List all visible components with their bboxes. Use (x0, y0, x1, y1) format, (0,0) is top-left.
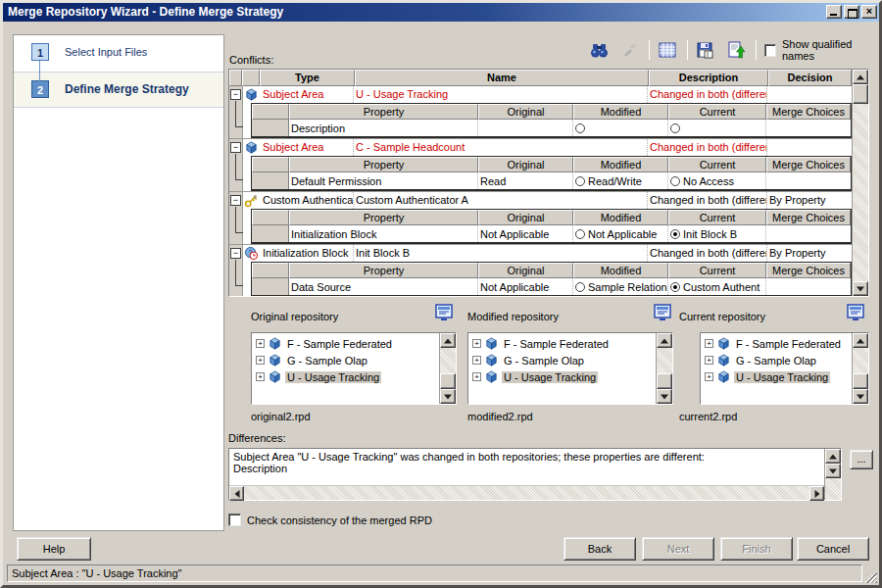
title-bar[interactable]: Merge Repository Wizard - Define Merge S… (3, 3, 879, 22)
header-description[interactable]: Description (649, 70, 768, 86)
expand-icon[interactable]: + (472, 356, 481, 365)
scroll-down-button[interactable] (657, 389, 672, 404)
scroll-left-button[interactable] (229, 486, 244, 501)
header-decision[interactable]: Decision (768, 70, 852, 86)
view-current-repository-icon[interactable] (846, 304, 865, 321)
find-again-icon[interactable] (618, 39, 638, 61)
cancel-button[interactable]: Cancel (797, 537, 869, 561)
current-radio[interactable] (670, 123, 680, 133)
scroll-up-button[interactable] (440, 333, 456, 348)
expand-icon[interactable]: + (256, 372, 265, 381)
tree-item[interactable]: +F - Sample Federated (468, 335, 656, 352)
modified-repository-tree: +F - Sample Federated +G - Sample Olap +… (467, 332, 673, 405)
tree-item[interactable]: +F - Sample Federated (252, 335, 439, 352)
help-button[interactable]: Help (17, 537, 91, 561)
merge-choices-cell[interactable] (766, 172, 851, 189)
expand-icon[interactable]: + (472, 339, 481, 348)
scroll-up-button[interactable] (657, 333, 672, 348)
import-decision-icon[interactable] (725, 39, 745, 61)
collapse-toggle[interactable]: − (230, 142, 241, 153)
tree-item[interactable]: +G - Sample Olap (701, 352, 852, 368)
scrollbar-thumb[interactable] (657, 373, 672, 389)
scroll-down-button[interactable] (440, 389, 456, 404)
step-define-merge-strategy[interactable]: 2 Define Merge Strategy (14, 73, 223, 108)
modified-radio[interactable] (575, 123, 585, 133)
tree-item[interactable]: +G - Sample Olap (252, 352, 439, 368)
subject-area-icon (243, 86, 261, 103)
tree-scrollbar[interactable] (439, 333, 456, 404)
expand-icon[interactable]: + (705, 339, 713, 348)
scroll-up-button[interactable] (853, 333, 868, 348)
current-radio[interactable] (670, 282, 680, 292)
svg-text:I: I (707, 51, 709, 58)
collapse-toggle[interactable]: − (230, 195, 241, 206)
scrollbar-thumb[interactable] (853, 373, 868, 389)
tree-item-selected[interactable]: +U - Usage Tracking (701, 368, 852, 385)
conflict-row[interactable]: ? Initialization Block Init Block B Chan… (243, 245, 852, 262)
grid-view-icon[interactable] (658, 39, 677, 61)
modified-radio[interactable] (575, 282, 585, 292)
check-consistency-checkbox[interactable] (228, 514, 241, 526)
conflict-row[interactable]: Subject Area U - Usage Tracking Changed … (243, 86, 852, 103)
tree-item[interactable]: +G - Sample Olap (468, 352, 656, 368)
view-original-repository-icon[interactable] (434, 304, 454, 321)
finish-button[interactable]: Finish (720, 537, 793, 561)
merge-choices-cell[interactable] (766, 225, 851, 242)
scrollbar-thumb[interactable] (440, 373, 456, 389)
conflict-row[interactable]: Subject Area C - Sample Headcount Change… (243, 139, 852, 156)
subject-area-icon (268, 369, 282, 384)
show-qualified-names-checkbox[interactable] (764, 44, 776, 57)
current-cell: No Access (668, 172, 766, 189)
conflict-decision[interactable] (767, 86, 851, 103)
maximize-button[interactable] (844, 5, 859, 19)
conflict-decision[interactable]: By Property (767, 245, 851, 262)
conflict-decision[interactable]: By Property (767, 192, 851, 209)
differences-vertical-scrollbar[interactable] (824, 449, 841, 500)
conflicts-vertical-scrollbar[interactable] (852, 70, 868, 296)
modified-radio[interactable] (575, 176, 585, 186)
expand-icon[interactable]: + (256, 356, 265, 365)
subheader-original: Original (478, 104, 573, 120)
save-decision-icon[interactable]: I (696, 39, 715, 61)
collapse-toggle[interactable]: − (230, 248, 241, 259)
expand-icon[interactable]: + (472, 372, 481, 381)
find-icon[interactable] (589, 39, 609, 61)
conflict-decision[interactable] (767, 139, 851, 156)
current-radio[interactable] (670, 229, 680, 239)
step-select-input-files[interactable]: 1 Select Input Files (14, 35, 223, 73)
status-text: Subject Area : "U - Usage Tracking" (7, 564, 862, 582)
tree-item[interactable]: +F - Sample Federated (701, 335, 852, 352)
scroll-right-button[interactable] (809, 486, 824, 501)
expand-icon[interactable]: + (705, 356, 713, 365)
merge-choices-cell[interactable] (766, 120, 851, 136)
scrollbar-thumb[interactable] (853, 84, 868, 104)
tree-scrollbar[interactable] (656, 333, 672, 404)
resize-grip[interactable] (864, 570, 877, 583)
tree-scrollbar[interactable] (852, 333, 868, 404)
header-type[interactable]: Type (260, 70, 355, 86)
differences-more-button[interactable]: ... (850, 450, 873, 469)
scroll-down-button[interactable] (853, 281, 868, 296)
tree-item-selected[interactable]: +U - Usage Tracking (468, 368, 656, 385)
differences-horizontal-scrollbar[interactable] (244, 486, 809, 500)
scroll-down-button[interactable] (825, 464, 841, 478)
expand-icon[interactable]: + (256, 339, 265, 348)
back-button[interactable]: Back (564, 537, 636, 561)
tree-item-selected[interactable]: +U - Usage Tracking (252, 368, 439, 385)
scroll-up-button[interactable] (853, 70, 868, 84)
current-radio[interactable] (670, 176, 680, 186)
scroll-up-button[interactable] (825, 449, 841, 464)
conflict-row[interactable]: Custom Authenticator Custom Authenticato… (243, 192, 852, 209)
merge-choices-cell[interactable] (766, 278, 851, 295)
property-row: Initialization Block Not Applicable Not … (252, 225, 851, 242)
close-button[interactable]: × (861, 5, 877, 19)
scroll-down-button[interactable] (853, 389, 868, 404)
subject-area-icon (484, 369, 499, 384)
view-modified-repository-icon[interactable] (653, 304, 672, 321)
collapse-toggle[interactable]: − (230, 89, 241, 100)
minimize-button[interactable] (826, 5, 842, 19)
expand-icon[interactable]: + (705, 372, 713, 381)
header-name[interactable]: Name (355, 70, 649, 86)
next-button[interactable]: Next (642, 537, 714, 561)
modified-radio[interactable] (575, 229, 585, 239)
